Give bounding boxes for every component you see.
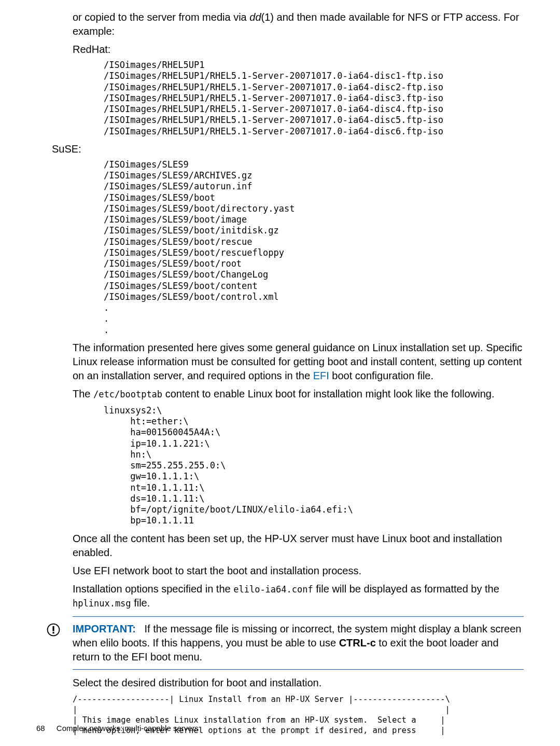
para2-b: content to enable Linux boot for install… bbox=[162, 388, 494, 399]
info-paragraph-2: The /etc/bootptab content to enable Linu… bbox=[36, 387, 524, 401]
para2-code: /etc/bootptab bbox=[93, 389, 162, 399]
para5-b: file will be displayed as formatted by t… bbox=[313, 583, 499, 595]
para5-code2: hplinux.msg bbox=[73, 598, 131, 609]
efi-link[interactable]: EFI bbox=[313, 370, 329, 381]
bootptab-code-block: linuxsys2:\ ht:=ether:\ ha=001560045A4A:… bbox=[36, 405, 524, 527]
redhat-code-block: /ISOimages/RHEL5UP1 /ISOimages/RHEL5UP1/… bbox=[36, 60, 524, 137]
important-icon bbox=[47, 623, 60, 637]
para6: Select the desired distribution for boot… bbox=[36, 676, 524, 690]
important-callout: IMPORTANT: If the message file is missin… bbox=[73, 616, 524, 670]
important-label: IMPORTANT: bbox=[73, 623, 136, 634]
redhat-label: RedHat: bbox=[36, 43, 524, 57]
svg-rect-1 bbox=[52, 626, 54, 631]
para1-a: The information presented here gives som… bbox=[73, 342, 522, 381]
svg-rect-2 bbox=[52, 632, 54, 633]
para5-code1: elilo-ia64.conf bbox=[233, 584, 313, 595]
para5: Installation options specified in the el… bbox=[36, 582, 524, 610]
para3: Once all the content has been set up, th… bbox=[36, 532, 524, 560]
para1-b: boot configuration file. bbox=[329, 370, 433, 381]
para5-a: Installation options specified in the bbox=[73, 583, 233, 595]
suse-code-block: /ISOimages/SLES9 /ISOimages/SLES9/ARCHIV… bbox=[36, 159, 524, 336]
para5-c: file. bbox=[131, 597, 150, 609]
suse-label: SuSE: bbox=[36, 142, 524, 156]
intro-text-a: or copied to the server from media via bbox=[73, 11, 249, 23]
intro-paragraph: or copied to the server from media via d… bbox=[36, 10, 524, 38]
para4: Use EFI network boot to start the boot a… bbox=[36, 564, 524, 578]
footer-chapter-title: Complex networks: multi-capable servers bbox=[57, 724, 199, 733]
important-content: IMPORTANT: If the message file is missin… bbox=[73, 622, 524, 664]
footer-page-number: 68 bbox=[36, 724, 45, 733]
info-paragraph-1: The information presented here gives som… bbox=[36, 341, 524, 383]
page-footer: 68 Complex networks: multi-capable serve… bbox=[36, 724, 199, 733]
important-ctrlc: CTRL-c bbox=[339, 637, 376, 648]
para2-a: The bbox=[73, 388, 93, 399]
dd-italic: dd bbox=[249, 11, 261, 23]
